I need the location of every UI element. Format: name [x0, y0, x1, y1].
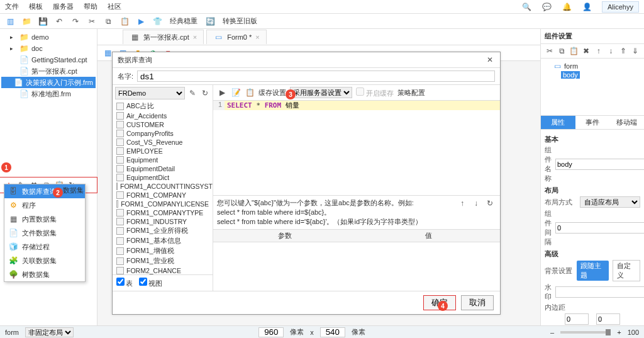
- table-row[interactable]: FORM1_COMPANYLICENSE: [113, 200, 213, 208]
- table-row[interactable]: Air_Accidents: [113, 111, 213, 120]
- comp-name-input[interactable]: [555, 159, 644, 170]
- table-row[interactable]: EquipmentDict: [113, 173, 213, 182]
- close-icon[interactable]: ✕: [485, 55, 495, 65]
- refresh-db-icon[interactable]: ↻: [200, 88, 210, 98]
- new-icon[interactable]: ▥: [4, 15, 16, 28]
- tree-item[interactable]: ▸📁doc: [1, 43, 96, 54]
- table-row[interactable]: Equipment: [113, 155, 213, 164]
- bottom-icon[interactable]: ⇓: [631, 46, 641, 56]
- table-row[interactable]: FORM1_INDUSTRY: [113, 217, 213, 226]
- db-select[interactable]: FRDemo: [115, 87, 185, 99]
- gap-input[interactable]: [555, 222, 644, 234]
- table-row[interactable]: FORM1_增值税: [113, 246, 213, 256]
- tab-attr[interactable]: 属性: [541, 116, 575, 129]
- search-icon[interactable]: 🔍: [521, 2, 531, 12]
- menu-template[interactable]: 模板: [29, 2, 43, 11]
- save-icon[interactable]: 💾: [36, 15, 49, 28]
- tree-item[interactable]: 📄GettingStarted.cpt: [1, 54, 96, 65]
- table-row[interactable]: FORM1_COMPANY: [113, 191, 213, 200]
- table-row[interactable]: Cost_VS_Revenue: [113, 138, 213, 147]
- tab-mobile[interactable]: 移动端: [609, 116, 644, 129]
- comp-tree-node[interactable]: body: [545, 71, 640, 79]
- bg-custom-btn[interactable]: 自定义: [613, 260, 640, 281]
- delete-icon[interactable]: ✖: [582, 46, 592, 56]
- menu-server[interactable]: 服务器: [53, 2, 74, 11]
- edit-db-icon[interactable]: ✎: [187, 88, 197, 98]
- theme-icon[interactable]: 👕: [151, 15, 164, 28]
- copy-icon[interactable]: ⧉: [102, 15, 114, 28]
- height-input[interactable]: [320, 327, 345, 337]
- strategy-link[interactable]: 策略配置: [397, 88, 425, 98]
- convert-label[interactable]: 转换至旧版: [220, 16, 260, 26]
- table-row[interactable]: FORM1_企业所得税: [113, 226, 213, 236]
- dataset-name-input[interactable]: [137, 70, 495, 82]
- chk-view[interactable]: 视图: [139, 278, 162, 288]
- preview-icon[interactable]: ▶: [135, 15, 147, 28]
- ds-type-tree[interactable]: 🌳树数据集: [4, 268, 85, 281]
- watermark-input[interactable]: [555, 286, 644, 298]
- table-row[interactable]: FORM1_营业税: [113, 256, 213, 266]
- layout-mode-select[interactable]: 非固定布局: [25, 327, 74, 337]
- table-row[interactable]: FORM2_CHANCE: [113, 266, 213, 274]
- convert-icon[interactable]: 🔄: [204, 15, 216, 28]
- grid-icon[interactable]: ▦: [103, 48, 113, 58]
- copy-icon[interactable]: ⧉: [557, 46, 567, 56]
- menu-file[interactable]: 文件: [5, 2, 19, 11]
- chk-table[interactable]: 表: [116, 278, 133, 288]
- ds-type-proc[interactable]: 🧊存储过程: [4, 240, 85, 254]
- sql-editor[interactable]: 1 SELECT * FROM 销量: [213, 101, 500, 195]
- msg-icon[interactable]: 💬: [541, 2, 552, 12]
- theme-label[interactable]: 经典稳重: [167, 16, 200, 26]
- down-icon[interactable]: ↓: [606, 46, 616, 56]
- open-icon[interactable]: 📁: [20, 15, 33, 28]
- editor-tab[interactable]: ▦第一张报表.cpt×: [123, 30, 204, 44]
- arrow-up-icon[interactable]: ↑: [457, 198, 467, 208]
- param-table[interactable]: 参数值: [213, 230, 500, 291]
- width-input[interactable]: [258, 327, 284, 337]
- cut-icon[interactable]: ✂: [86, 15, 98, 28]
- tab-event[interactable]: 事件: [575, 116, 610, 129]
- table-row[interactable]: EMPLOYEE: [113, 147, 213, 155]
- paste-icon[interactable]: 📋: [569, 46, 579, 56]
- table-row[interactable]: FORM1_ACCOUNTTINGSYSTEM: [113, 182, 213, 191]
- redo-icon[interactable]: ↷: [69, 15, 82, 28]
- zoom-minus-icon[interactable]: –: [550, 329, 554, 336]
- sql-edit-icon[interactable]: 📝: [231, 87, 241, 98]
- up-icon[interactable]: ↑: [594, 46, 604, 56]
- arrow-down-icon[interactable]: ↓: [471, 198, 481, 208]
- table-row[interactable]: CUSTOMER: [113, 120, 213, 129]
- tree-item[interactable]: ▸📁demo: [1, 31, 96, 43]
- cut-icon[interactable]: ✂: [545, 46, 555, 56]
- table-row[interactable]: ABC占比: [113, 101, 213, 111]
- tree-item[interactable]: 📄决策报表入门示例.frm: [1, 77, 96, 88]
- menu-help[interactable]: 帮助: [84, 2, 97, 11]
- pad-top-input[interactable]: [565, 313, 589, 325]
- table-row[interactable]: CompanyProfits: [113, 129, 213, 138]
- refresh-param-icon[interactable]: ↻: [485, 198, 495, 208]
- bell-icon[interactable]: 🔔: [562, 2, 572, 12]
- tree-item[interactable]: 📄标准地图.frm: [1, 88, 96, 99]
- comp-tree-root[interactable]: ▭ form: [545, 61, 640, 71]
- tree-item[interactable]: 📄第一张报表.cpt: [1, 65, 96, 77]
- table-list[interactable]: ABC占比Air_AccidentsCUSTOMERCompanyProfits…: [113, 101, 213, 274]
- auto-buf-chk[interactable]: 开启缓存: [356, 87, 394, 98]
- undo-icon[interactable]: ↶: [53, 15, 65, 28]
- layout-type-select[interactable]: 自适应布局: [580, 196, 640, 208]
- table-row[interactable]: EquipmentDetail: [113, 164, 213, 173]
- ds-type-embedded[interactable]: ▦内置数据集: [4, 212, 85, 226]
- bg-follow-btn[interactable]: 跟随主题: [577, 261, 609, 281]
- top-icon[interactable]: ⇑: [618, 46, 628, 56]
- editor-tab[interactable]: ▭Form0 *×: [206, 30, 267, 44]
- cancel-button[interactable]: 取消: [461, 295, 494, 310]
- table-row[interactable]: FORM1_基本信息: [113, 236, 213, 246]
- sql-copy-icon[interactable]: 📋: [245, 87, 255, 98]
- ds-type-file[interactable]: 📄文件数据集: [4, 226, 85, 240]
- paste-icon[interactable]: 📋: [118, 15, 131, 28]
- preview-sql-icon[interactable]: ▶: [217, 87, 227, 98]
- ds-type-join[interactable]: 🧩关联数据集: [4, 254, 85, 268]
- buf-select[interactable]: 采用服务器设置: [290, 87, 352, 98]
- close-icon[interactable]: ×: [255, 33, 259, 41]
- user-name[interactable]: Alicehyy: [602, 1, 639, 13]
- table-row[interactable]: FORM1_COMPANYTYPE: [113, 208, 213, 217]
- close-icon[interactable]: ×: [193, 33, 197, 41]
